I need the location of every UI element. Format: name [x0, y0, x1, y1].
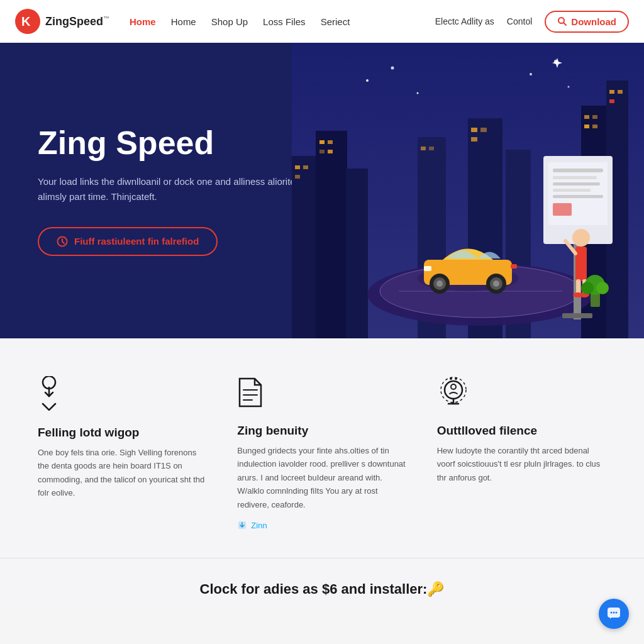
svg-point-46: [493, 280, 499, 287]
hero-cta-button[interactable]: Fiuff rastiuleent fin falrefiod: [38, 227, 218, 256]
svg-rect-9: [316, 131, 347, 338]
hero-section: Zing Speed Your load links the diwnlloan…: [0, 43, 644, 338]
feature-desc-1: One boy fels tina orie. Sigh Velling for…: [38, 446, 207, 500]
navbar-right: Electc Adlity as Contol Download: [435, 11, 629, 33]
nav-seriect[interactable]: Seriect: [321, 16, 350, 27]
hero-subtitle: Your load links the diwnlloanil or dock …: [38, 174, 322, 204]
svg-rect-33: [480, 128, 487, 132]
logo-text: ZingSpeed™: [45, 15, 109, 28]
download-label: Download: [571, 16, 616, 27]
feature-icon-3: [437, 376, 606, 415]
svg-rect-16: [319, 150, 325, 153]
svg-rect-22: [584, 125, 589, 128]
svg-rect-54: [553, 189, 591, 192]
svg-line-6: [62, 242, 64, 243]
svg-rect-14: [319, 140, 325, 144]
feature-item-1: Felling lotd wigop One boy fels tina ori…: [38, 376, 207, 533]
feature-icon-2: [237, 376, 406, 415]
svg-rect-23: [592, 125, 597, 128]
nav-home-active[interactable]: Home: [130, 16, 156, 27]
feature-desc-3: Hew ludoyte the corantily tht arced bden…: [437, 444, 606, 484]
svg-point-71: [391, 67, 394, 70]
svg-line-3: [564, 23, 566, 25]
hero-cta-label: Fiuff rastiuleent fin falrefiod: [74, 236, 199, 247]
feature-link-label-2: Zinn: [251, 521, 267, 530]
svg-point-75: [568, 86, 570, 88]
svg-rect-51: [553, 169, 603, 172]
feature-title-1: Felling lotd wigop: [38, 426, 207, 440]
logo-icon: K: [15, 9, 40, 34]
logo[interactable]: K ZingSpeed™: [15, 9, 109, 34]
feature-link-2[interactable]: Zinn: [237, 520, 267, 530]
navbar-links: Home Home Shop Up Loss Files Seriect: [130, 16, 435, 27]
svg-point-69: [596, 282, 609, 294]
svg-point-92: [611, 612, 613, 614]
nav-contol[interactable]: Contol: [507, 16, 532, 26]
svg-point-88: [455, 377, 457, 380]
feature-item-3: Outtlloved filence Hew ludoyte the coran…: [437, 376, 606, 533]
svg-rect-47: [424, 266, 431, 271]
svg-rect-34: [471, 137, 477, 142]
svg-rect-10: [346, 169, 368, 338]
nav-home[interactable]: Home: [171, 16, 196, 27]
svg-rect-30: [421, 147, 426, 150]
search-icon: [557, 16, 567, 26]
svg-rect-26: [609, 99, 614, 103]
svg-rect-53: [553, 182, 600, 186]
features-section: Felling lotd wigop One boy fels tina ori…: [0, 338, 644, 558]
svg-point-68: [581, 282, 594, 294]
nav-loss-files[interactable]: Loss Files: [263, 16, 306, 27]
svg-rect-55: [553, 195, 603, 198]
svg-point-94: [616, 612, 618, 614]
download-button[interactable]: Download: [545, 11, 629, 33]
svg-rect-21: [592, 115, 597, 119]
svg-rect-52: [553, 176, 597, 179]
svg-text:K: K: [21, 14, 31, 28]
svg-rect-58: [562, 313, 592, 318]
nav-shop[interactable]: Shop Up: [211, 16, 248, 27]
svg-point-59: [572, 229, 590, 247]
feature-item-2: Zing benuity Bunged gridects your finte …: [237, 376, 406, 533]
svg-point-87: [450, 377, 452, 380]
svg-point-93: [613, 612, 615, 614]
svg-rect-31: [429, 147, 434, 150]
svg-rect-17: [328, 150, 333, 153]
feature-title-3: Outtlloved filence: [437, 424, 606, 438]
svg-rect-25: [618, 90, 623, 94]
feature-desc-2: Bunged gridects your finte ahs.olties of…: [237, 444, 406, 511]
svg-rect-60: [575, 247, 587, 281]
svg-point-43: [436, 280, 443, 287]
clock-icon: [57, 236, 68, 247]
svg-rect-12: [303, 165, 308, 169]
svg-rect-32: [471, 128, 477, 132]
svg-rect-11: [295, 165, 300, 169]
svg-rect-15: [328, 140, 333, 144]
hero-left: Zing Speed Your load links the diwnlloan…: [38, 125, 322, 255]
svg-rect-13: [295, 175, 300, 179]
svg-rect-56: [553, 203, 572, 216]
download-small-icon: [237, 520, 247, 530]
navbar-right-links: Electc Adlity as Contol: [435, 16, 533, 26]
svg-point-72: [417, 92, 419, 94]
svg-rect-8: [292, 156, 317, 338]
svg-point-86: [451, 384, 456, 389]
hero-illustration: [292, 43, 644, 338]
bottom-banner: Clock for adies as $6 and installer:🔑: [0, 558, 644, 613]
chat-icon: [606, 606, 621, 621]
svg-point-70: [366, 79, 369, 82]
bottom-banner-text: Clock for adies as $6 and installer:🔑: [200, 581, 445, 597]
feature-icon-1: [38, 376, 207, 417]
feature-title-2: Zing benuity: [237, 424, 406, 438]
chat-bubble[interactable]: [599, 599, 629, 629]
svg-rect-20: [584, 115, 589, 119]
hero-title: Zing Speed: [38, 125, 322, 161]
nav-electc[interactable]: Electc Adlity as: [435, 16, 494, 26]
svg-rect-48: [511, 264, 517, 269]
navbar: K ZingSpeed™ Home Home Shop Up Loss File…: [0, 0, 644, 43]
svg-point-73: [530, 73, 532, 75]
svg-rect-24: [609, 90, 614, 94]
